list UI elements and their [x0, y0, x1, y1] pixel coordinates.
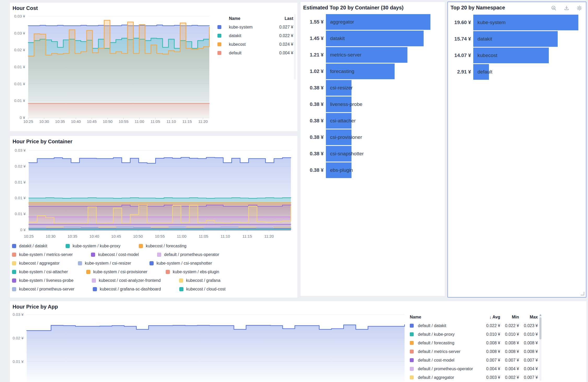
bar-track: datakit: [473, 31, 578, 47]
bar[interactable]: ebs-plugin: [326, 162, 351, 178]
series-color-chip: [91, 253, 95, 257]
svg-text:10:35: 10:35: [67, 234, 77, 238]
legend-item[interactable]: kubecost / cost-model: [91, 252, 139, 257]
series-name-cell: default / datakit: [410, 323, 476, 328]
col-header-min[interactable]: Min: [500, 315, 519, 320]
max-value: 0.007 ¥: [519, 375, 538, 380]
stats-table-row[interactable]: default / aggregator0.003 ¥0.002 ¥0.007 …: [410, 373, 538, 382]
legend-last-value: 0.004 ¥: [272, 51, 293, 55]
legend-row[interactable]: default0.004 ¥: [217, 49, 293, 57]
bar-label: kube-system: [473, 20, 506, 25]
bar-value-label: 14.07 ¥: [448, 53, 471, 58]
panel-title: Hour Price by Container: [13, 139, 72, 145]
bar[interactable]: kubecost: [473, 48, 549, 63]
legend-item[interactable]: kube-system / metrics-server: [12, 252, 73, 257]
svg-text:0.01 ¥: 0.01 ¥: [14, 98, 25, 103]
legend-item[interactable]: kube-system / kube-proxy: [66, 244, 120, 248]
legend-item[interactable]: kube-system / csi-provisioner: [86, 270, 147, 274]
legend-item[interactable]: kubecost / prometheus-server: [12, 287, 74, 292]
bar-label: metrics-server: [326, 52, 361, 58]
legend-item-label: datakit / datakit: [19, 244, 47, 248]
stats-table-row[interactable]: default / kube-proxy0.010 ¥0.010 ¥0.010 …: [410, 330, 538, 339]
legend-row[interactable]: kube-system0.027 ¥: [217, 23, 293, 31]
settings-gear-icon[interactable]: [577, 5, 582, 11]
legend-item[interactable]: datakit / datakit: [12, 244, 47, 248]
col-header-avg[interactable]: ↓ Avg: [476, 315, 500, 320]
series-color-chip: [86, 270, 90, 274]
legend-item[interactable]: kubecost / forecasting: [139, 244, 187, 248]
legend-item[interactable]: kubecost / aggregator: [12, 261, 60, 266]
legend-series-name: datakit: [229, 33, 272, 38]
series-color-chip: [93, 287, 97, 291]
series-color-chip: [179, 287, 183, 291]
legend-item[interactable]: kube-system / liveness-probe: [12, 278, 73, 283]
legend-item[interactable]: default / prometheus-operator: [157, 252, 219, 257]
legend-item[interactable]: kubecost / cost-analyzer-frontend: [92, 278, 161, 283]
download-icon[interactable]: [564, 5, 569, 11]
bar-row: 1.45 ¥datakit: [301, 31, 445, 46]
bar[interactable]: default: [473, 64, 489, 80]
series-name-label: default / prometheus-operator: [418, 367, 473, 371]
legend-row: kubecost / aggregatorkube-system / csi-r…: [12, 259, 294, 267]
legend-row[interactable]: datakit0.022 ¥: [217, 31, 293, 40]
legend-item[interactable]: kube-system / csi-attacher: [12, 270, 68, 274]
legend-series-name: kube-system: [229, 25, 272, 30]
panel-resize-handle[interactable]: [581, 292, 584, 295]
bar[interactable]: kube-system: [473, 15, 578, 30]
series-name-cell: default / prometheus-operator: [410, 367, 476, 371]
min-value: 0.010 ¥: [500, 332, 519, 337]
legend-item[interactable]: kubecost / grafana: [179, 278, 221, 283]
bar[interactable]: forecasting: [326, 64, 395, 79]
legend-item[interactable]: kubecost / cloud-cost: [179, 287, 226, 292]
stats-table-row[interactable]: default / datakit0.022 ¥0.022 ¥0.023 ¥: [410, 321, 538, 330]
series-name-cell: default / metrics-server: [410, 349, 476, 354]
col-header-name[interactable]: Name: [410, 315, 476, 320]
legend-item-label: kube-system / csi-provisioner: [93, 270, 147, 274]
bar[interactable]: csi-provisioner: [326, 129, 351, 145]
svg-text:0.01 ¥: 0.01 ¥: [15, 180, 26, 184]
avg-value: 0.008 ¥: [476, 349, 500, 354]
legend-item[interactable]: kube-system / ebs-plugin: [166, 270, 219, 274]
hour-price-by-container-chart[interactable]: 0.03 ¥0.02 ¥0.01 ¥0.01 ¥0.01 ¥0 ¥10:2510…: [11, 148, 294, 243]
stats-table-row[interactable]: default / cost-model0.007 ¥0.007 ¥0.007 …: [410, 356, 538, 364]
col-header-max[interactable]: Max: [519, 315, 538, 320]
bar[interactable]: datakit: [326, 31, 424, 46]
bar[interactable]: datakit: [473, 31, 558, 47]
hour-price-by-app-chart[interactable]: 0.03 ¥0.02 ¥0.01 ¥: [11, 311, 409, 382]
bar[interactable]: liveness-probe: [326, 96, 351, 112]
bar-row: 1.21 ¥metrics-server: [301, 47, 445, 63]
bar-label: aggregator: [326, 19, 354, 25]
legend-item[interactable]: kube-system / csi-snapshotter: [149, 261, 212, 266]
table-scrollbar-thumb[interactable]: [539, 317, 541, 339]
legend-item-label: kubecost / aggregator: [19, 261, 60, 266]
legend-row[interactable]: kubecost0.024 ¥: [217, 40, 293, 49]
bar[interactable]: aggregator: [326, 14, 430, 30]
bar-track: kube-system: [473, 15, 578, 30]
legend-item[interactable]: kubecost / grafana-sc-dashboard: [93, 287, 161, 292]
min-value: 0.007 ¥: [500, 358, 519, 363]
bar-label: datakit: [473, 36, 492, 42]
legend-item-label: default / prometheus-operator: [164, 252, 219, 257]
stats-table-row[interactable]: default / prometheus-operator0.004 ¥0.00…: [410, 364, 538, 373]
legend-last-header[interactable]: Last: [272, 16, 293, 21]
legend-item[interactable]: kube-system / csi-resizer: [78, 261, 131, 266]
hour-cost-chart[interactable]: 0.03 ¥0.03 ¥0.02 ¥0.01 ¥0.01 ¥0.01 ¥0 ¥1…: [11, 13, 221, 127]
stats-table-row[interactable]: default / forecasting0.008 ¥0.008 ¥0.008…: [410, 339, 538, 347]
svg-text:0.03 ¥: 0.03 ¥: [15, 148, 26, 152]
svg-text:0.02 ¥: 0.02 ¥: [15, 164, 26, 168]
bar[interactable]: csi-resizer: [326, 80, 351, 96]
bar-value-label: 0.38 ¥: [301, 118, 324, 124]
table-scrollbar-track[interactable]: [539, 314, 541, 381]
bar-value-label: 0.38 ¥: [301, 134, 324, 140]
bar[interactable]: metrics-server: [326, 47, 407, 63]
bar[interactable]: csi-attacher: [326, 113, 351, 129]
chart-zoom-icon[interactable]: [551, 5, 557, 11]
legend-scrollbar[interactable]: [294, 14, 296, 79]
series-color-chip: [410, 375, 414, 379]
scrollbar-up-arrow[interactable]: [539, 314, 541, 316]
series-color-chip: [12, 244, 16, 248]
bar[interactable]: csi-snapshotter: [326, 146, 351, 162]
bar-value-label: 0.38 ¥: [301, 151, 324, 157]
bar-value-label: 1.21 ¥: [301, 52, 324, 58]
stats-table-row[interactable]: default / metrics-server0.008 ¥0.008 ¥0.…: [410, 347, 538, 356]
